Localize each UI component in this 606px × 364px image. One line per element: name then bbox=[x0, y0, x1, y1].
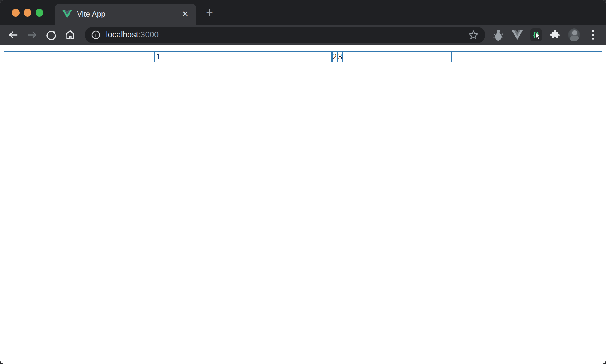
tab-title: Vite App bbox=[77, 9, 182, 19]
tab-strip: Vite App ✕ + bbox=[0, 0, 606, 25]
forward-arrow-icon bbox=[27, 30, 38, 40]
navigation-toolbar: localhost:3000 { bbox=[0, 25, 606, 45]
avatar-body-shape bbox=[570, 36, 579, 41]
browser-tab[interactable]: Vite App ✕ bbox=[55, 4, 196, 25]
url-port: :3000 bbox=[138, 30, 159, 39]
kebab-menu-icon bbox=[592, 30, 594, 40]
home-icon bbox=[65, 29, 76, 41]
vue-logo-icon bbox=[512, 30, 523, 40]
close-window-button[interactable] bbox=[12, 9, 20, 17]
vue-devtools-button[interactable] bbox=[511, 29, 523, 41]
table-cell: 2 bbox=[332, 51, 337, 62]
puzzle-piece-icon bbox=[549, 29, 561, 41]
reload-icon bbox=[46, 29, 57, 41]
table-row: 1 2 3 bbox=[4, 51, 602, 62]
browser-menu-button[interactable] bbox=[587, 29, 599, 41]
table-cell bbox=[343, 51, 452, 62]
profile-button[interactable] bbox=[568, 29, 580, 41]
url-host: localhost bbox=[106, 30, 138, 39]
avatar-head-shape bbox=[572, 30, 577, 35]
traffic-lights bbox=[12, 9, 43, 17]
forward-button[interactable] bbox=[26, 29, 38, 41]
table-cell: 1 bbox=[155, 51, 332, 62]
browser-window: Vite App ✕ + bbox=[0, 0, 606, 364]
cursor-arrow-icon bbox=[535, 33, 541, 40]
back-arrow-icon bbox=[8, 30, 19, 40]
url-text[interactable]: localhost:3000 bbox=[106, 30, 159, 39]
extensions-puzzle-button[interactable] bbox=[549, 29, 561, 41]
extensions-area: { } bbox=[492, 29, 599, 41]
minimize-window-button[interactable] bbox=[24, 9, 31, 17]
bug-icon bbox=[493, 29, 504, 41]
page-content: 1 2 3 bbox=[0, 51, 606, 364]
url-bar[interactable]: localhost:3000 bbox=[85, 27, 485, 43]
back-button[interactable] bbox=[7, 29, 20, 41]
site-info-icon bbox=[91, 30, 101, 40]
table-cell bbox=[452, 51, 602, 62]
zoom-window-button[interactable] bbox=[36, 9, 43, 17]
table-cell bbox=[4, 51, 155, 62]
new-tab-button[interactable]: + bbox=[203, 7, 216, 20]
user-avatar bbox=[568, 28, 580, 41]
tab-close-icon[interactable]: ✕ bbox=[182, 10, 188, 18]
devtools-braces-extension-button[interactable]: { } bbox=[530, 29, 542, 41]
table-cell: 3 bbox=[337, 51, 343, 62]
bug-extension-button[interactable] bbox=[492, 29, 504, 41]
home-button[interactable] bbox=[64, 29, 76, 41]
bookmark-star-icon[interactable] bbox=[468, 30, 479, 40]
reload-button[interactable] bbox=[45, 29, 57, 41]
vite-vue-favicon-icon bbox=[62, 10, 72, 18]
